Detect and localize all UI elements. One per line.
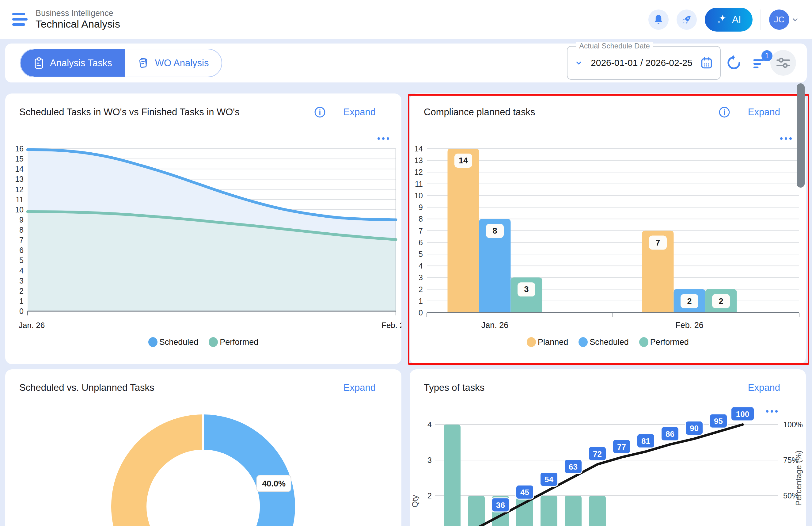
tick-label: 12 bbox=[414, 168, 423, 176]
pareto-bars bbox=[444, 425, 751, 526]
bar[interactable] bbox=[589, 496, 606, 526]
tick-label: 4 bbox=[419, 261, 423, 270]
tick-label: 36 bbox=[496, 500, 505, 510]
tab-label: WO Analysis bbox=[155, 58, 209, 69]
tick-label: 81 bbox=[641, 437, 650, 446]
tick-label: 45 bbox=[520, 488, 529, 497]
legend-item[interactable]: Performed bbox=[209, 337, 258, 347]
tick-label: 2 bbox=[427, 492, 432, 500]
tick-label: 10 bbox=[414, 191, 423, 200]
tick-label: 11 bbox=[415, 180, 423, 188]
tick-label: Percentage (%) bbox=[794, 451, 803, 506]
card-types-of-tasks: Types of tasks Expand 50%75%100%234QtyPe… bbox=[410, 369, 806, 526]
tick-label: 63 bbox=[569, 462, 578, 471]
tick-label: 100% bbox=[783, 420, 803, 429]
tick-label: 7 bbox=[419, 227, 423, 235]
notifications-button[interactable] bbox=[648, 10, 669, 30]
avatar-initials: JC bbox=[774, 15, 784, 25]
line-value-label: 77 bbox=[613, 440, 630, 454]
tick-label: 5 bbox=[19, 256, 24, 265]
bar-value-label: 14 bbox=[454, 154, 472, 168]
settings-sliders-button[interactable] bbox=[770, 50, 796, 76]
donut-chart: 40.0% bbox=[5, 369, 402, 526]
tab-analysis-tasks[interactable]: Analysis Tasks bbox=[20, 49, 125, 77]
tick-label: 40.0% bbox=[262, 479, 286, 488]
line-value-label: 90 bbox=[685, 421, 703, 435]
tick-label: 3 bbox=[427, 456, 432, 464]
legend-label: Planned bbox=[538, 338, 568, 347]
app-header: Business Intelligence Technical Analysis bbox=[0, 0, 812, 39]
tick-label: 0 bbox=[19, 307, 24, 315]
bar[interactable] bbox=[444, 425, 461, 526]
chart-legend: ScheduledPerformed bbox=[5, 337, 402, 347]
ai-assistant-button[interactable]: AI bbox=[705, 8, 753, 31]
tick-label: 77 bbox=[617, 442, 626, 452]
card-scheduled-vs-finished: Scheduled Tasks in WO's vs Finished Task… bbox=[5, 94, 402, 364]
view-tabs: Analysis Tasks WO Analysis bbox=[20, 49, 222, 77]
bar[interactable] bbox=[540, 496, 557, 526]
tick-label: 13 bbox=[414, 156, 423, 165]
grouped-bar-chart: 012345678910111213141478232Jan. 26Feb. 2… bbox=[410, 94, 806, 364]
legend-item[interactable]: Performed bbox=[639, 337, 689, 347]
legend-dot bbox=[209, 337, 218, 347]
menu-icon[interactable] bbox=[12, 13, 28, 26]
tick-label: 3 bbox=[524, 285, 528, 294]
bar-value-label: 8 bbox=[486, 224, 504, 238]
tick-label: 4 bbox=[19, 266, 24, 275]
chart-legend: PlannedScheduledPerformed bbox=[410, 337, 806, 347]
reset-icon bbox=[726, 55, 742, 71]
tick-label: 16 bbox=[15, 144, 24, 153]
line-value-label: 86 bbox=[661, 427, 679, 441]
bar-value-label: 7 bbox=[649, 236, 667, 250]
tick-label: 14 bbox=[459, 156, 468, 165]
legend-label: Scheduled bbox=[159, 338, 199, 347]
tick-label: 2 bbox=[19, 287, 24, 295]
tick-label: 2 bbox=[719, 297, 723, 306]
account-chevron-down-icon[interactable] bbox=[791, 15, 800, 24]
sparkles-icon bbox=[716, 14, 728, 26]
tick-label: 9 bbox=[19, 215, 24, 224]
legend-dot bbox=[527, 337, 536, 347]
bar[interactable] bbox=[448, 149, 479, 313]
tick-label: 1 bbox=[19, 297, 24, 305]
line-value-label: 45 bbox=[516, 485, 534, 499]
tick-label: 8 bbox=[19, 226, 24, 234]
tick-label: 4 bbox=[427, 420, 432, 429]
tick-label: 5 bbox=[419, 250, 423, 258]
tick-label: 2 bbox=[419, 285, 423, 294]
legend-item[interactable]: Scheduled bbox=[579, 337, 629, 347]
tab-wo-analysis[interactable]: WO Analysis bbox=[125, 49, 222, 77]
legend-label: Performed bbox=[650, 338, 689, 347]
line-value-label: 36 bbox=[492, 498, 510, 512]
tick-label: 10 bbox=[15, 205, 24, 214]
date-range-field[interactable]: Actual Schedule Date 2026-01-01 / 2026-0… bbox=[567, 46, 721, 80]
tick-label: 0 bbox=[419, 308, 423, 317]
avatar[interactable]: JC bbox=[769, 10, 789, 30]
card-compliance-planned-tasks: Compliance planned tasks Expand 01234567… bbox=[410, 94, 806, 364]
scrollbar-thumb[interactable] bbox=[797, 83, 804, 188]
date-range-value: 2026-01-01 / 2026-02-25 bbox=[583, 58, 700, 68]
line-value-label: 63 bbox=[564, 459, 582, 473]
bar-value-label: 2 bbox=[712, 294, 730, 308]
tab-label: Analysis Tasks bbox=[50, 58, 112, 69]
chevron-down-icon[interactable] bbox=[574, 58, 583, 68]
tick-label: 3 bbox=[419, 273, 423, 282]
bell-icon bbox=[653, 14, 664, 26]
rocket-button[interactable] bbox=[677, 10, 697, 30]
line-value-label: 54 bbox=[540, 472, 558, 486]
tick-label: Feb. 2 bbox=[381, 321, 402, 330]
tick-label: 2 bbox=[687, 297, 692, 306]
reset-button[interactable] bbox=[725, 54, 743, 72]
legend-dot bbox=[148, 337, 158, 347]
legend-item[interactable]: Planned bbox=[527, 337, 568, 347]
tick-label: 14 bbox=[15, 165, 24, 173]
tick-label: 100 bbox=[736, 410, 749, 419]
legend-item[interactable]: Scheduled bbox=[148, 337, 199, 347]
tune-icon bbox=[775, 55, 791, 71]
line-value-label: 72 bbox=[589, 446, 606, 461]
bar[interactable] bbox=[565, 496, 582, 526]
bar[interactable] bbox=[468, 496, 485, 526]
calendar-icon[interactable] bbox=[700, 56, 713, 70]
tick-label: 6 bbox=[419, 238, 423, 247]
tick-label: 8 bbox=[492, 226, 497, 236]
